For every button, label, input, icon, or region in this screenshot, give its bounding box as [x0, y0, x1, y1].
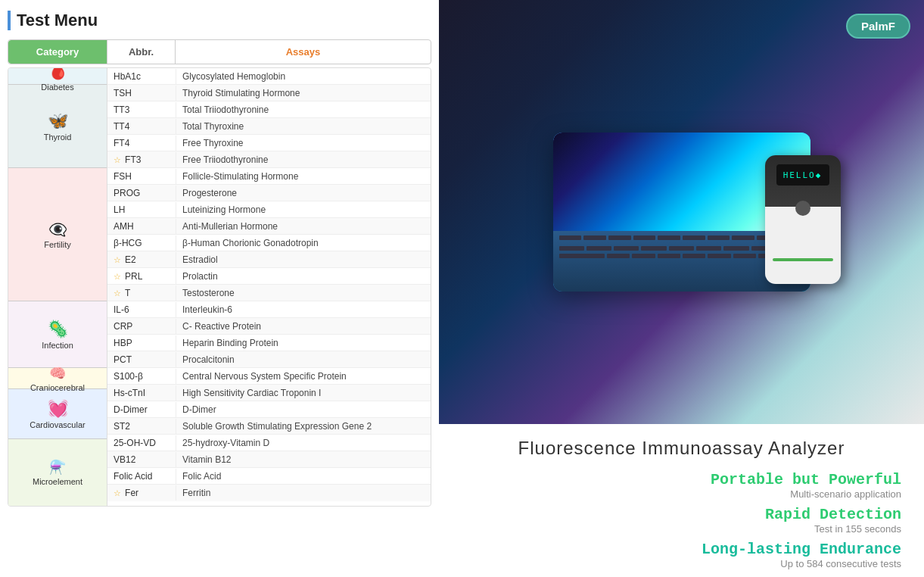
header-category: Category: [8, 40, 107, 64]
row-abbr: LH: [107, 202, 176, 217]
category-thyroid: 🦋 Thyroid: [8, 85, 107, 168]
device-sensor: [795, 201, 810, 216]
table-row: IL-6Interleukin-6: [107, 301, 431, 318]
cranio-icon: 🧠: [49, 365, 66, 382]
table-header: Category Abbr. Assays: [8, 39, 431, 64]
row-abbr: IL-6: [107, 302, 176, 317]
header-assays: Assays: [175, 40, 431, 64]
fertility-label: Fertility: [44, 240, 70, 249]
feature-sub-text: Up to 584 consecutive tests: [462, 558, 901, 569]
row-abbr: FSH: [107, 169, 176, 184]
row-assay: Heparin Binding Protein: [176, 335, 431, 351]
fertility-icon: 👁‍🗨: [48, 220, 67, 239]
row-abbr: ☆ FT3: [107, 152, 176, 167]
table-body: 🩸 Diabetes 🦋 Thyroid 👁‍🗨 Fertility 🦠 Inf…: [8, 67, 431, 507]
row-abbr: TSH: [107, 86, 176, 101]
row-abbr: β-HCG: [107, 235, 176, 251]
categories-column: 🩸 Diabetes 🦋 Thyroid 👁‍🗨 Fertility 🦠 Inf…: [8, 68, 107, 506]
table-row: ☆ PRLProlactin: [107, 268, 431, 285]
feature-main-text: Portable but Powerful: [462, 471, 901, 488]
row-abbr: HbA1c: [107, 69, 176, 84]
table-row: HbA1cGlycosylated Hemoglobin: [107, 68, 431, 85]
feature-item: Rapid DetectionTest in 155 seconds: [462, 506, 901, 535]
device-led-strip: [773, 258, 833, 261]
feature-item: Long-lasting EnduranceUp to 584 consecut…: [462, 541, 901, 569]
row-assay: Anti-Mullerian Hormone: [176, 219, 431, 234]
diabetes-icon: 🩸: [48, 67, 68, 81]
micro-label: Microelement: [33, 477, 82, 486]
row-assay: Ferritin: [176, 485, 431, 501]
row-abbr: D-Dimer: [107, 402, 176, 417]
info-area: Fluorescence Immunoassay Analyzer Portab…: [439, 424, 924, 577]
row-abbr: PCT: [107, 352, 176, 367]
diabetes-label: Diabetes: [41, 83, 73, 92]
row-assay: C- Reactive Protein: [176, 319, 431, 334]
table-row: TSHThyroid Stimulating Hormone: [107, 85, 431, 101]
row-assay: Soluble Growth Stimulating Expression Ge…: [176, 419, 431, 434]
row-assay: Progesterone: [176, 186, 431, 201]
cardio-icon: 💓: [48, 399, 68, 419]
features-list: Portable but PowerfulMulti-scenario appl…: [462, 471, 901, 569]
data-column: HbA1cGlycosylated HemoglobinTSHThyroid S…: [107, 68, 431, 506]
micro-icon: ⚗️: [49, 459, 66, 476]
header-abbr: Abbr.: [107, 40, 175, 64]
row-assay: Estradiol: [176, 252, 431, 267]
row-assay: Thyroid Stimulating Hormone: [176, 86, 431, 101]
row-abbr: TT3: [107, 102, 176, 117]
table-row: LHLuteinizing Hormone: [107, 201, 431, 218]
right-panel: PalmF: [439, 0, 924, 577]
thyroid-icon: 🦋: [48, 111, 68, 131]
thyroid-label: Thyroid: [44, 133, 72, 142]
row-abbr: ST2: [107, 419, 176, 434]
table-row: S100-βCentral Nervous System Specific Pr…: [107, 368, 431, 385]
row-assay: Procalcitonin: [176, 352, 431, 367]
table-row: TT3Total Triiodothyronine: [107, 101, 431, 118]
infection-label: Infection: [42, 341, 73, 350]
row-assay: Prolactin: [176, 269, 431, 284]
category-fertility: 👁‍🗨 Fertility: [8, 168, 107, 301]
feature-main-text: Long-lasting Endurance: [462, 541, 901, 558]
feature-item: Portable but PowerfulMulti-scenario appl…: [462, 471, 901, 500]
table-row: 25-OH-VD25-hydroxy-Vitamin D: [107, 435, 431, 451]
row-abbr: VB12: [107, 452, 176, 467]
row-assay: Free Triiodothyronine: [176, 152, 431, 167]
row-assay: Luteinizing Hormone: [176, 202, 431, 217]
row-assay: Interleukin-6: [176, 302, 431, 317]
row-abbr: ☆ E2: [107, 252, 176, 267]
device-screen: HELLO◆: [776, 164, 829, 186]
infection-icon: 🦠: [48, 320, 68, 339]
row-assay: β-Human Chorionic Gonadotropin: [176, 235, 431, 251]
feature-sub-text: Test in 155 seconds: [462, 523, 901, 535]
analyzer-device: HELLO◆: [765, 155, 841, 284]
row-assay: Folic Acid: [176, 469, 431, 484]
feature-sub-text: Multi-scenario application: [462, 488, 901, 500]
row-abbr: Folic Acid: [107, 469, 176, 484]
row-abbr: S100-β: [107, 369, 176, 384]
page-title: Test Menu: [8, 11, 431, 30]
table-row: PCTProcalcitonin: [107, 351, 431, 368]
table-row: VB12Vitamin B12: [107, 451, 431, 468]
palmf-badge: PalmF: [846, 14, 910, 39]
cranio-label: Craniocerebral: [30, 383, 85, 392]
category-infection: 🦠 Infection: [8, 301, 107, 368]
cardio-label: Cardiovascular: [30, 420, 85, 429]
category-diabetes: 🩸 Diabetes: [8, 68, 107, 85]
analyzer-title: Fluorescence Immunoassay Analyzer: [462, 438, 901, 459]
table-row: ☆ FT3Free Triiodothyronine: [107, 151, 431, 168]
table-row: HBPHeparin Binding Protein: [107, 335, 431, 351]
row-abbr: ☆ Fer: [107, 485, 176, 501]
row-assay: 25-hydroxy-Vitamin D: [176, 435, 431, 451]
row-assay: Total Triiodothyronine: [176, 102, 431, 117]
row-abbr: PROG: [107, 186, 176, 201]
feature-main-text: Rapid Detection: [462, 506, 901, 523]
row-abbr: ☆ T: [107, 285, 176, 301]
row-assay: Free Thyroxine: [176, 136, 431, 151]
row-assay: Central Nervous System Specific Protein: [176, 369, 431, 384]
table-row: ☆ TTestosterone: [107, 285, 431, 301]
row-assay: Total Thyroxine: [176, 119, 431, 134]
row-assay: High Sensitivity Cardiac Troponin I: [176, 385, 431, 401]
table-row: FSHFollicle-Stimulating Hormone: [107, 168, 431, 185]
row-assay: Glycosylated Hemoglobin: [176, 69, 431, 84]
category-cardio: 💓 Cardiovascular: [8, 389, 107, 439]
row-abbr: FT4: [107, 136, 176, 151]
